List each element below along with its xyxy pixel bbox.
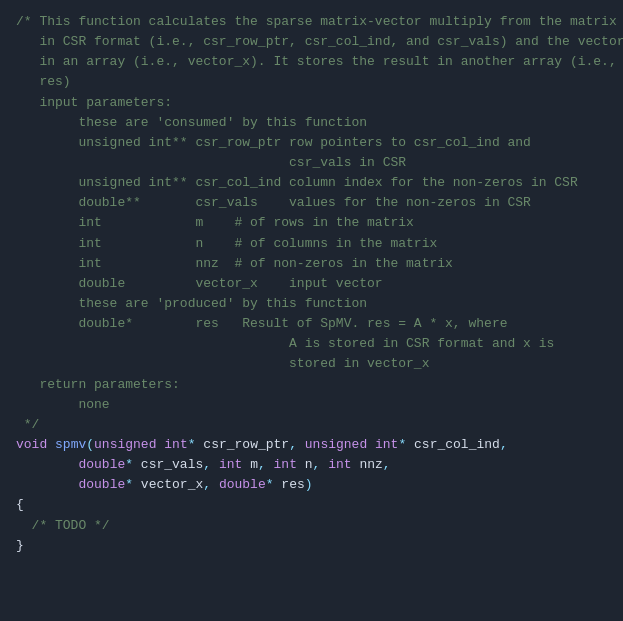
code-line: A is stored in CSR format and x is <box>16 334 607 354</box>
code-line: stored in vector_x <box>16 354 607 374</box>
code-line: double** csr_vals values for the non-zer… <box>16 193 607 213</box>
code-line: int m # of rows in the matrix <box>16 213 607 233</box>
code-line: { <box>16 495 607 515</box>
code-line: return parameters: <box>16 375 607 395</box>
code-line: double* csr_vals, int m, int n, int nnz, <box>16 455 607 475</box>
code-line: in an array (i.e., vector_x). It stores … <box>16 52 607 72</box>
code-line: int n # of columns in the matrix <box>16 234 607 254</box>
code-line: } <box>16 536 607 556</box>
code-line: double vector_x input vector <box>16 274 607 294</box>
code-line: void spmv(unsigned int* csr_row_ptr, uns… <box>16 435 607 455</box>
code-line: these are 'consumed' by this function <box>16 113 607 133</box>
code-line: in CSR format (i.e., csr_row_ptr, csr_co… <box>16 32 607 52</box>
code-line: /* TODO */ <box>16 516 607 536</box>
code-line: res) <box>16 72 607 92</box>
code-line: int nnz # of non-zeros in the matrix <box>16 254 607 274</box>
code-line: double* vector_x, double* res) <box>16 475 607 495</box>
code-line: these are 'produced' by this function <box>16 294 607 314</box>
code-line: input parameters: <box>16 93 607 113</box>
code-line: none <box>16 395 607 415</box>
code-line: csr_vals in CSR <box>16 153 607 173</box>
code-line: unsigned int** csr_row_ptr row pointers … <box>16 133 607 153</box>
code-line: double* res Result of SpMV. res = A * x,… <box>16 314 607 334</box>
code-editor: /* This function calculates the sparse m… <box>0 0 623 621</box>
code-line: */ <box>16 415 607 435</box>
code-line: /* This function calculates the sparse m… <box>16 12 607 32</box>
code-line: unsigned int** csr_col_ind column index … <box>16 173 607 193</box>
